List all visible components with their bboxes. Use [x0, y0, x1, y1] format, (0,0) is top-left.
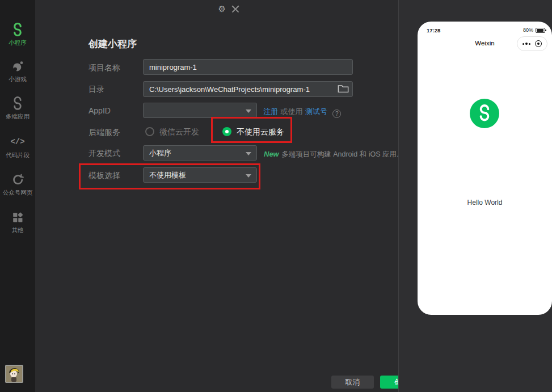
simulator-panel: 17:28 80% Weixin Hello World [398, 0, 552, 392]
or-use-text: 或使用 [280, 107, 302, 116]
phone-nav-bar: Weixin [418, 34, 552, 54]
project-name-label: 项目名称 [89, 63, 120, 73]
close-icon[interactable] [230, 4, 241, 14]
sidebar: 小程序 小游戏 多端应用 </> 代码片段 公众号网 [0, 0, 35, 392]
template-dropdown[interactable]: 不使用模板 [143, 167, 257, 183]
sidebar-item-code-snippet[interactable]: </> 代码片段 [0, 134, 35, 159]
sidebar-item-label: 代码片段 [0, 151, 35, 159]
radio-cloud-dev-label[interactable]: 微信云开发 [159, 127, 199, 136]
cancel-button[interactable]: 取消 [331, 376, 374, 389]
battery-percent: 80% [523, 27, 533, 33]
chevron-down-icon [246, 152, 251, 155]
test-account-link[interactable]: 测试号 [305, 107, 327, 116]
register-link[interactable]: 注册 [263, 107, 278, 116]
radio-no-cloud[interactable] [222, 127, 231, 136]
code-snippet-icon: </> [0, 134, 35, 150]
sidebar-item-miniprogram[interactable]: 小程序 [0, 22, 35, 47]
phone-simulator: 17:28 80% Weixin Hello World [418, 22, 552, 315]
directory-input[interactable] [143, 81, 353, 97]
more-menu-icon[interactable] [522, 43, 530, 45]
radio-no-cloud-label[interactable]: 不使用云服务 [237, 127, 284, 136]
user-avatar[interactable] [5, 365, 23, 383]
sidebar-item-minigame[interactable]: 小游戏 [0, 58, 35, 83]
sidebar-item-label: 小程序 [0, 39, 35, 47]
settings-gear-icon[interactable]: ⚙ [218, 3, 226, 15]
miniprogram-logo[interactable] [470, 99, 499, 128]
sidebar-item-others[interactable]: 其他 [0, 209, 35, 234]
sidebar-item-multiplatform[interactable]: 多端应用 [0, 95, 35, 121]
directory-label: 目录 [89, 85, 104, 95]
help-icon[interactable]: ? [332, 109, 341, 118]
minigame-icon [0, 58, 35, 74]
sidebar-item-label: 公众号网页 [0, 189, 35, 197]
dev-mode-value: 小程序 [149, 149, 171, 157]
project-name-input[interactable] [143, 59, 353, 75]
new-badge: New [264, 150, 279, 158]
appid-dropdown[interactable] [143, 103, 257, 118]
hello-world-text: Hello World [418, 199, 552, 206]
sidebar-item-label: 小游戏 [0, 75, 35, 83]
phone-status-bar: 17:28 80% [418, 22, 552, 34]
chevron-down-icon [246, 109, 251, 113]
dev-mode-note: 多端项目可构建 Android 和 iOS 应用。 [281, 150, 403, 158]
appid-label: AppID [89, 106, 111, 115]
create-project-dialog: ⚙ 创建小程序 项目名称 目录 AppID 注册 或使用 测试号 ? 后端服务 … [35, 0, 398, 392]
dialog-title: 创建小程序 [89, 37, 137, 50]
sidebar-item-label: 多端应用 [0, 113, 35, 121]
chevron-down-icon [246, 174, 251, 178]
radio-cloud-dev[interactable] [145, 127, 154, 136]
sidebar-item-official-account[interactable]: 公众号网页 [0, 171, 35, 197]
multiplatform-icon [0, 95, 35, 111]
folder-browse-icon[interactable] [338, 83, 350, 95]
template-label: 模板选择 [89, 171, 120, 181]
miniprogram-icon [0, 22, 35, 37]
dev-mode-dropdown[interactable]: 小程序 [143, 145, 257, 161]
home-circle-icon[interactable] [535, 40, 542, 47]
dev-mode-label: 开发模式 [89, 149, 120, 159]
battery-icon [536, 28, 545, 33]
official-account-icon [0, 171, 35, 187]
status-time: 17:28 [427, 27, 440, 33]
capsule-menu[interactable] [517, 36, 547, 51]
backend-service-label: 后端服务 [89, 128, 120, 138]
template-value: 不使用模板 [149, 171, 186, 179]
others-grid-icon [0, 209, 35, 225]
sidebar-item-label: 其他 [0, 226, 35, 234]
